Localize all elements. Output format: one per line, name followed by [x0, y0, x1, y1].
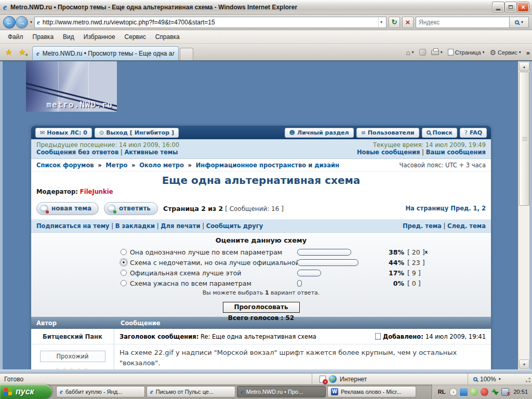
windows-flag-icon — [4, 387, 12, 396]
network-icon[interactable] — [460, 388, 468, 396]
address-dropdown-icon[interactable]: ▾ — [378, 17, 384, 28]
menu-tools[interactable]: Сервис — [120, 31, 151, 43]
tab-bar: ★ ★+ e Metro.NWD.ru • Просмотр темы - Ещ… — [0, 44, 532, 61]
traffic-icon[interactable] — [491, 388, 499, 396]
site-logo-image[interactable]: metro.NWD.ru — [26, 61, 117, 112]
print-view-link[interactable]: Для печати — [161, 222, 200, 230]
nav-faq[interactable]: ?FAQ — [460, 128, 487, 138]
user-rank: Прохожий — [40, 351, 105, 362]
previous-topic-link[interactable]: Пред. тема — [403, 222, 442, 230]
poll-bar — [297, 249, 351, 256]
taskbar-task-2[interactable]: e Письмо от Пульс це... — [147, 386, 235, 397]
active-topics-link[interactable]: Активные темы — [124, 149, 178, 156]
moderator-name-link[interactable]: FileJunkie — [80, 188, 113, 195]
search-dropdown-icon[interactable]: ▾ — [521, 20, 523, 24]
menu-view[interactable]: Вид — [58, 31, 79, 43]
post-author-name[interactable]: Битцевский Панк — [31, 329, 114, 344]
search-input[interactable] — [416, 17, 509, 28]
nav-user-control-panel[interactable]: ☻Личный раздел — [285, 128, 354, 138]
restore-button[interactable] — [505, 2, 516, 12]
print-button[interactable]: ▾ — [431, 50, 443, 55]
refresh-button[interactable]: ↻ — [389, 17, 400, 28]
language-indicator[interactable]: RL — [436, 388, 447, 395]
url-text[interactable]: http://www.metro.nwd.ru/viewtopic.php?f=… — [43, 19, 376, 26]
resize-grip[interactable] — [524, 376, 531, 383]
forum-content: ✉Новых ЛС: 0 ⊙Выход [ Ингибитор ] ☻Личны… — [31, 126, 491, 369]
zoom-control[interactable]: 100% ▾ — [468, 374, 524, 384]
disconnected-icon[interactable] — [501, 388, 509, 396]
ati-icon[interactable] — [481, 388, 488, 396]
ie-logo-icon: e — [3, 3, 7, 11]
subscribe-link[interactable]: Подписаться на тему — [36, 222, 110, 230]
taskbar-task-1[interactable]: e баббит куплю - Янд... — [56, 386, 145, 397]
nav-logout[interactable]: ⊙Выход [ Ингибитор ] — [95, 128, 179, 138]
back-button[interactable]: ← — [3, 16, 16, 29]
unanswered-posts-link[interactable]: Сообщения без ответов — [36, 149, 118, 156]
favorites-button[interactable]: ★ — [2, 45, 16, 59]
browser-viewport: metro.NWD.ru ✉Новых ЛС: 0 ⊙Выход [ Ингиб… — [0, 61, 532, 369]
breadcrumb-forum[interactable]: Информационное пространство и дизайн — [196, 162, 339, 169]
history-dropdown-icon[interactable]: ▾ — [30, 20, 32, 24]
poll-radio[interactable] — [121, 280, 127, 286]
search-button[interactable]: ▾ — [509, 17, 529, 28]
new-posts-link[interactable]: Новые сообщения — [357, 149, 420, 156]
poll-radio[interactable] — [121, 270, 127, 276]
poll-radio-selected[interactable] — [121, 259, 127, 265]
email-friend-link[interactable]: Сообщить другу — [206, 222, 263, 230]
feeds-button[interactable] — [419, 49, 426, 56]
breadcrumb-about-metro[interactable]: Около метро — [139, 162, 184, 169]
internet-zone-icon — [329, 375, 337, 383]
poll-option-row: Она однозначно лучше по всем параметрам … — [121, 247, 491, 257]
poll-option-row: Схема с недочетами, но она лучше официал… — [121, 257, 491, 268]
vote-button[interactable]: Проголосовать — [223, 302, 300, 313]
start-button[interactable]: пуск — [0, 384, 52, 399]
nav-members[interactable]: ≡Пользователи — [356, 128, 419, 138]
next-topic-link[interactable]: След. тема — [447, 222, 486, 230]
poll-radio[interactable] — [121, 249, 127, 255]
close-button[interactable]: × — [517, 2, 529, 12]
scroll-up-button[interactable]: ▲ — [519, 62, 529, 71]
tools-menu-button[interactable]: ⚙Сервис▾ — [490, 48, 521, 57]
tab-favicon: e — [36, 49, 39, 58]
pagination[interactable]: На страницу Пред. 1, 2 — [405, 205, 486, 212]
menu-edit[interactable]: Правка — [28, 31, 59, 43]
poll-bar — [297, 280, 302, 287]
tray-collapse-icon[interactable]: ‹ — [449, 388, 457, 396]
zoom-level: 100% — [480, 376, 496, 383]
breadcrumb-board-index[interactable]: Список форумов — [36, 162, 94, 169]
bookmark-link[interactable]: В закладки — [115, 222, 155, 230]
address-field[interactable]: e http://www.metro.nwd.ru/viewtopic.php?… — [34, 17, 387, 28]
poll-bar — [297, 270, 321, 276]
list-icon: ≡ — [361, 129, 366, 136]
minimize-button[interactable] — [493, 2, 504, 12]
taskbar-task-4[interactable]: W Реклама олово - Micr... — [327, 386, 416, 397]
stop-button[interactable]: × — [402, 17, 414, 28]
menu-favorites[interactable]: Избранное — [79, 31, 120, 43]
scrollbar-thumb[interactable] — [519, 72, 529, 206]
tab-active[interactable]: e Metro.NWD.ru • Просмотр темы - Еще одн… — [32, 46, 179, 60]
nav-private-messages[interactable]: ✉Новых ЛС: 0 — [35, 128, 92, 138]
taskbar-task-3-active[interactable]: e Metro.NWD.ru • Про... — [237, 386, 326, 397]
menu-help[interactable]: Справка — [151, 31, 184, 43]
nav-search[interactable]: Поиск — [422, 128, 457, 138]
breadcrumb-metro[interactable]: Метро — [105, 162, 127, 169]
toolbar-overflow-icon[interactable]: » — [526, 49, 530, 57]
popup-blocked-icon — [320, 376, 326, 383]
word-icon: W — [331, 388, 338, 395]
zoom-icon — [473, 377, 477, 381]
vertical-scrollbar[interactable]: ▲ ▼ — [518, 61, 529, 369]
new-tab-stub[interactable] — [180, 48, 193, 60]
poll-bar — [297, 259, 358, 266]
ie-icon: e — [241, 388, 244, 396]
new-topic-button[interactable]: новая тема — [36, 202, 99, 215]
scroll-down-button[interactable]: ▼ — [519, 360, 529, 369]
page-menu-button[interactable]: Страница▾ — [448, 49, 485, 56]
post-subject: Re: Еще одна альтернативная схема — [201, 333, 316, 340]
antivirus-icon[interactable] — [470, 388, 478, 396]
your-posts-link[interactable]: Ваши сообщения — [426, 149, 486, 156]
reply-button[interactable]: ответить — [104, 202, 158, 215]
menu-file[interactable]: Файл — [3, 31, 28, 43]
add-favorite-button[interactable]: ★+ — [16, 45, 29, 59]
forward-button[interactable]: → — [16, 16, 28, 29]
home-button[interactable]: ⌂▾ — [406, 48, 414, 57]
